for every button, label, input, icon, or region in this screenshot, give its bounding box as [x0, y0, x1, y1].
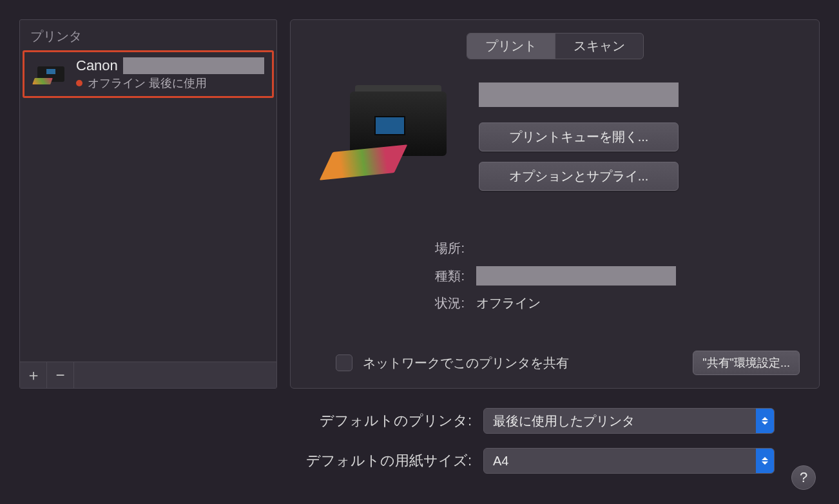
help-button[interactable]: ?: [791, 465, 816, 490]
printer-detail-panel: プリント スキャン プリントキューを開く... オプションとサプライ... 場所…: [290, 19, 820, 389]
printer-large-icon: [324, 79, 459, 188]
printer-name-redacted: [123, 57, 264, 74]
sidebar-header: プリンタ: [20, 20, 276, 50]
status-label: 状況:: [413, 295, 465, 312]
tab-group: プリント スキャン: [467, 33, 644, 59]
status-value: オフライン: [476, 295, 541, 312]
status-dot-icon: [76, 80, 82, 86]
default-paper-select[interactable]: A4: [483, 448, 775, 474]
location-label: 場所:: [413, 240, 465, 257]
open-print-queue-button[interactable]: プリントキューを開く...: [479, 122, 679, 151]
tab-print[interactable]: プリント: [467, 34, 555, 59]
printer-list: Canon オフライン 最後に使用: [20, 50, 276, 362]
chevron-up-down-icon: [756, 449, 774, 473]
printer-status-text: オフライン 最後に使用: [88, 75, 207, 91]
printer-sidebar: プリンタ Canon オフライン 最後に使用 ＋: [19, 19, 277, 389]
chevron-up-down-icon: [756, 409, 774, 433]
printer-name-redacted-large: [479, 82, 679, 107]
kind-label: 種類:: [413, 267, 465, 285]
default-printer-label: デフォルトのプリンタ:: [19, 411, 483, 431]
printer-list-item[interactable]: Canon オフライン 最後に使用: [23, 50, 274, 98]
sidebar-footer: ＋ −: [20, 362, 276, 388]
printer-icon: [32, 61, 68, 87]
printer-info: 場所: 種類: 状況: オフライン: [310, 240, 800, 312]
remove-printer-button[interactable]: −: [47, 362, 74, 388]
default-printer-select[interactable]: 最後に使用したプリンタ: [483, 408, 775, 434]
options-supplies-button[interactable]: オプションとサプライ...: [479, 162, 679, 191]
add-printer-button[interactable]: ＋: [20, 362, 47, 388]
defaults-area: デフォルトのプリンタ: 最後に使用したプリンタ デフォルトの用紙サイズ: A4: [0, 389, 839, 474]
tab-scan[interactable]: スキャン: [555, 34, 643, 59]
share-printer-label: ネットワークでこのプリンタを共有: [363, 354, 569, 372]
kind-value-redacted: [476, 266, 676, 286]
share-printer-checkbox[interactable]: [336, 354, 352, 371]
printer-name: Canon: [76, 57, 118, 74]
sharing-preferences-button[interactable]: "共有"環境設定...: [693, 351, 800, 375]
default-printer-value: 最後に使用したプリンタ: [484, 412, 756, 430]
default-paper-value: A4: [484, 454, 756, 469]
default-paper-label: デフォルトの用紙サイズ:: [19, 451, 483, 470]
